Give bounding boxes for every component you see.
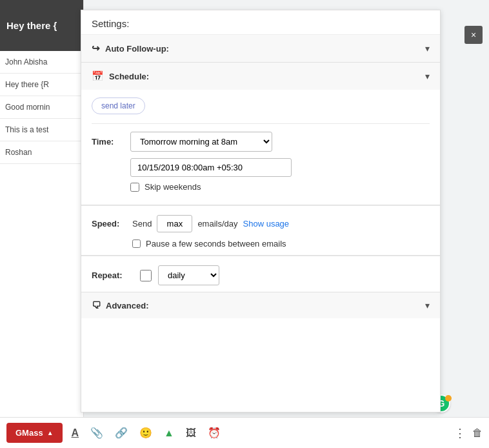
time-field-row: Time: Tomorrow morning at 8am In 1 hour …: [92, 132, 430, 152]
skip-weekends-row: Skip weekends: [130, 182, 430, 192]
speed-input[interactable]: [157, 215, 192, 232]
auto-follow-up-label: Auto Follow-up:: [105, 44, 169, 54]
gmass-button[interactable]: GMass ▲: [6, 423, 63, 443]
schedule-content: send later Time: Tomorrow morning at 8am…: [81, 90, 440, 205]
send-later-button[interactable]: send later: [92, 97, 145, 114]
settings-title: Settings:: [81, 10, 440, 35]
link-icon[interactable]: 🔗: [112, 424, 130, 442]
skip-weekends-checkbox[interactable]: [130, 183, 139, 192]
gmass-label: GMass: [15, 428, 43, 438]
time-label: Time:: [92, 137, 124, 147]
speed-row: Speed: Send emails/day Show usage: [92, 215, 430, 232]
skip-weekends-label: Skip weekends: [145, 182, 201, 192]
repeat-checkbox[interactable]: [140, 270, 152, 281]
pause-checkbox[interactable]: [132, 239, 141, 248]
speed-send-text: Send: [132, 219, 152, 229]
gmass-chevron-icon: ▲: [47, 429, 54, 436]
more-options-icon[interactable]: ⋮: [454, 426, 466, 440]
email-item-2[interactable]: Hey there {R: [0, 74, 83, 96]
attachment-icon[interactable]: 📎: [88, 424, 106, 442]
advanced-chevron-icon: ▾: [425, 300, 430, 311]
reply-icon: ↪: [92, 43, 100, 54]
gmass-toolbar: GMass ▲ A 📎 🔗 🙂 ▲ 🖼 ⏰ ⋮ 🗑: [0, 417, 489, 448]
close-button[interactable]: ×: [464, 26, 483, 44]
chat-icon: 🗨: [92, 300, 101, 311]
speed-label: Speed:: [92, 219, 127, 229]
grammarly-notification-badge: [445, 395, 452, 402]
email-list-title: Hey there {: [6, 20, 57, 31]
repeat-label: Repeat:: [92, 270, 134, 280]
auto-follow-up-chevron-icon: ▾: [425, 43, 430, 54]
auto-follow-up-section: ↪ Auto Follow-up: ▾: [81, 35, 440, 63]
auto-follow-up-header[interactable]: ↪ Auto Follow-up: ▾: [81, 35, 440, 62]
format-text-icon[interactable]: A: [69, 425, 82, 442]
delete-icon[interactable]: 🗑: [472, 427, 483, 439]
speed-unit: emails/day: [197, 219, 237, 229]
schedule-label: Schedule:: [109, 72, 149, 81]
datetime-input[interactable]: [130, 158, 292, 177]
emoji-icon[interactable]: 🙂: [137, 424, 155, 442]
settings-modal: Settings: ↪ Auto Follow-up: ▾ 📅 Schedule…: [81, 10, 441, 412]
advanced-header-left: 🗨 Advanced:: [92, 300, 148, 311]
speed-section: Speed: Send emails/day Show usage Pause …: [81, 206, 440, 256]
repeat-section: Repeat: daily weekly monthly: [81, 256, 440, 292]
pause-row: Pause a few seconds between emails: [132, 239, 430, 249]
email-list-header: Hey there {: [0, 0, 83, 51]
divider: [92, 123, 430, 124]
show-usage-link[interactable]: Show usage: [243, 219, 290, 229]
repeat-select[interactable]: daily weekly monthly: [158, 265, 219, 285]
drive-icon[interactable]: ▲: [161, 425, 177, 442]
schedule-chevron-icon: ▾: [425, 71, 430, 81]
schedule-section: 📅 Schedule: ▾ send later Time: Tomorrow …: [81, 63, 440, 205]
schedule-header[interactable]: 📅 Schedule: ▾: [81, 63, 440, 90]
email-item-5[interactable]: Roshan: [0, 141, 83, 164]
auto-follow-up-header-left: ↪ Auto Follow-up:: [92, 43, 169, 54]
email-item-1[interactable]: John Abisha: [0, 51, 83, 74]
image-icon[interactable]: 🖼: [183, 425, 199, 442]
schedule-header-left: 📅 Schedule:: [92, 70, 149, 82]
advanced-label: Advanced:: [106, 301, 148, 311]
time-select[interactable]: Tomorrow morning at 8am In 1 hour Custom: [130, 132, 272, 152]
schedule-icon[interactable]: ⏰: [205, 424, 223, 442]
repeat-row: Repeat: daily weekly monthly: [92, 265, 430, 285]
pause-label: Pause a few seconds between emails: [146, 239, 286, 249]
email-item-4[interactable]: This is a test: [0, 119, 83, 141]
email-item-3[interactable]: Good mornin: [0, 96, 83, 119]
email-list-panel: Hey there { John Abisha Hey there {R Goo…: [0, 0, 84, 448]
advanced-header[interactable]: 🗨 Advanced: ▾: [81, 292, 440, 318]
calendar-icon: 📅: [92, 70, 104, 82]
advanced-section: 🗨 Advanced: ▾: [81, 292, 440, 318]
